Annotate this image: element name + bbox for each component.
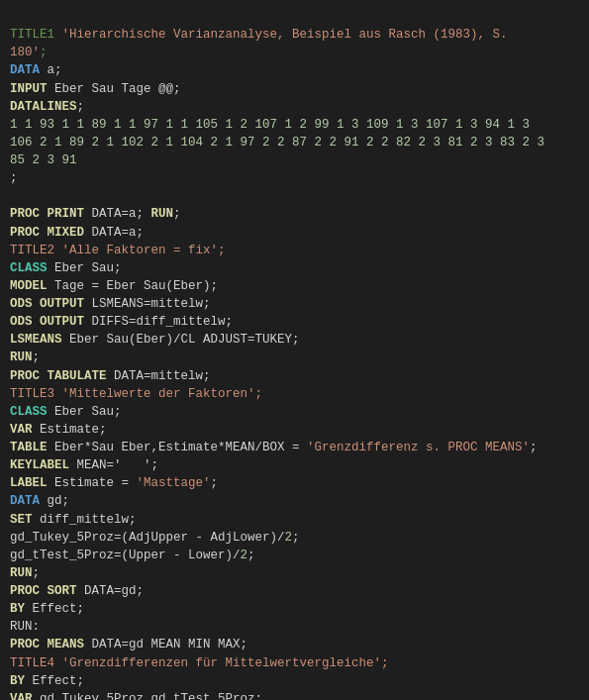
- line-title3: TITLE3 'Mittelwerte der Faktoren';: [10, 387, 262, 401]
- line-gd-ttest: gd_tTest_5Proz=(Upper - Lower)/2;: [10, 549, 255, 562]
- line-title4: TITLE4 'Grenzdifferenzen für Mittelwertv…: [10, 656, 389, 670]
- line-proc-sort: PROC SORT DATA=gd;: [10, 584, 144, 598]
- line-data1: 1 1 93 1 1 89 1 1 97 1 1 105 1 2 107 1 2…: [10, 118, 530, 132]
- line-var2: VAR gd_Tukey_5Proz gd_tTest_5Proz;: [10, 692, 262, 700]
- line-by2: BY Effect;: [10, 674, 84, 688]
- line-run3: RUN:: [10, 620, 40, 634]
- kw-data: DATA: [10, 63, 40, 77]
- line-run1: RUN: [10, 350, 33, 364]
- line-table: TABLE Eber*Sau Eber,Estimate*MEAN/BOX = …: [10, 441, 538, 454]
- line-data2: 106 2 1 89 2 1 102 2 1 104 2 1 97 2 2 87…: [10, 136, 544, 150]
- line-proc-print: PROC PRINT DATA=a; RUN;: [10, 207, 181, 221]
- line-title1: TITLE1 'Hierarchische Varianzanalyse, Be…: [10, 28, 508, 59]
- line-model1: MODEL Tage = Eber Sau(Eber);: [10, 279, 218, 293]
- line-lsmeans: LSMEANS Eber Sau(Eber)/CL ADJUST=TUKEY;: [10, 333, 300, 347]
- line-class1: CLASS Eber Sau;: [10, 261, 122, 275]
- line-data3: 85 2 3 91: [10, 153, 77, 167]
- line-title2a: TITLE2 'Alle Faktoren = fix';: [10, 244, 226, 257]
- line-label: LABEL Estimate = 'Masttage';: [10, 476, 218, 490]
- line-class2: CLASS Eber Sau;: [10, 405, 122, 419]
- line-datalines: DATALINES;: [10, 100, 84, 114]
- line-data-gd: DATA gd;: [10, 494, 69, 508]
- line-run2: RUN: [10, 566, 33, 580]
- line-proc-mixed1: PROC MIXED DATA=a;: [10, 226, 144, 240]
- line-by-effect: BY Effect;: [10, 602, 84, 616]
- line-semi: ;: [10, 171, 18, 185]
- line-ods1: ODS OUTPUT LSMEANS=mittelw;: [10, 297, 211, 311]
- line-proc-tab: PROC TABULATE DATA=mittelw;: [10, 369, 211, 383]
- code-editor: TITLE1 'Hierarchische Varianzanalyse, Be…: [10, 8, 579, 700]
- line-var: VAR Estimate;: [10, 423, 107, 437]
- line-keylabel: KEYLABEL MEAN=' ';: [10, 458, 158, 472]
- line-set: SET diff_mittelw;: [10, 513, 137, 527]
- line-gd-tukey: gd_Tukey_5Proz=(AdjUpper - AdjLower)/2;: [10, 531, 300, 545]
- line-ods2: ODS OUTPUT DIFFS=diff_mittelw;: [10, 315, 233, 329]
- line-input: INPUT Eber Sau Tage @@;: [10, 82, 181, 96]
- line-proc-means: PROC MEANS DATA=gd MEAN MIN MAX;: [10, 638, 247, 651]
